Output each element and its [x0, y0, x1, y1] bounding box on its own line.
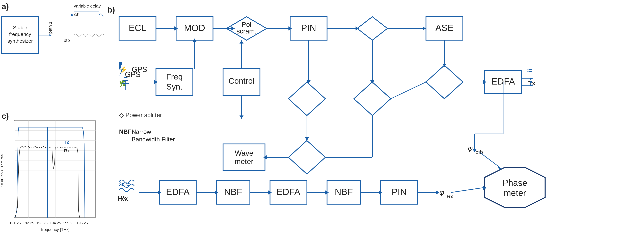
- pin-top-label: PIN: [301, 23, 316, 33]
- phi-rx-sub: Rx: [446, 194, 453, 200]
- gps-text: GPS: [132, 65, 147, 74]
- mod-label: MOD: [184, 23, 205, 33]
- diamond-2: [354, 82, 391, 116]
- stable-freq-synth-text1: Stable: [13, 25, 27, 30]
- large-diamond-right: [426, 65, 463, 99]
- phase-meter-hex-label1: Phase: [502, 178, 527, 188]
- tx-wave-symbol: ≈: [526, 65, 532, 76]
- diagram-b: b) ECL MOD Pol scram. PIN ASE EDFA ≈ Tx: [106, 0, 639, 240]
- arrow-d2-ld: [391, 82, 426, 99]
- tx-legend: Tx: [64, 140, 69, 145]
- diagram-a: a) Stable frequency synthesizer path 1 v…: [0, 0, 104, 111]
- phi-btb-right-label: φ: [468, 144, 473, 152]
- pol-scram-label1: Pol: [242, 21, 252, 28]
- arrowhead-path1: [71, 14, 74, 16]
- arrowhead-ctrl-down: [240, 116, 244, 119]
- nbf-desc1: Narrow: [132, 128, 151, 135]
- rx-input-label: Rx: [118, 194, 126, 202]
- delta-t-label: Δt: [74, 12, 78, 17]
- gps-lightning-icon: [119, 62, 123, 77]
- x-tick-4: 195.25: [63, 221, 74, 225]
- rx-legend: Rx: [64, 148, 70, 153]
- y-axis-label: 10 dB/div 0.1nm res: [0, 154, 4, 187]
- wave-meter-label1: Wave: [235, 149, 254, 157]
- arrowhead-1: [50, 34, 52, 36]
- arrow-phi-btb-pm: [480, 152, 500, 167]
- middle-diamond: [288, 82, 325, 116]
- nbf2-label: NBF: [335, 187, 353, 197]
- phase-meter-hex-label2: meter: [504, 188, 526, 198]
- phi-rx-bottom-label: φ: [440, 188, 444, 197]
- arrowhead-ctrl-pol: [240, 40, 244, 43]
- section-c-label: c): [2, 112, 9, 120]
- wavy-path1: [99, 14, 104, 16]
- power-splitter-label: ◇ Power splitter: [119, 112, 162, 119]
- x-tick-1: 192.25: [23, 221, 34, 225]
- tx-trace: [15, 127, 85, 218]
- variable-delay-box: [74, 9, 99, 12]
- path1-label: path 1: [48, 22, 53, 34]
- carrier-fill: [46, 127, 48, 218]
- x-tick-2: 193.25: [36, 221, 48, 225]
- x-tick-5: 196.25: [76, 221, 88, 225]
- freq-syn-label1: Freq: [166, 72, 183, 81]
- wavy-btb: [74, 34, 104, 36]
- nbf-key: NBF:: [119, 128, 134, 135]
- variable-delay-text: variable delay: [74, 3, 100, 8]
- arrowhead-pin-pm: [436, 190, 440, 195]
- edfa2-label: EDFA: [276, 187, 300, 197]
- nbf1-label: NBF: [224, 187, 242, 197]
- ecl-label: ECL: [129, 23, 146, 33]
- stable-freq-synth-text3: synthesizer: [8, 38, 33, 44]
- x-axis-label: frequency [THz]: [41, 227, 70, 232]
- arrowhead-d1-ase: [422, 26, 426, 30]
- arrowhead-tx1: [530, 78, 533, 80]
- diagram-c: c) 191.25 192.25 193.25 194.25 195.25 19…: [0, 111, 100, 234]
- edfa-bottom1-label: EDFA: [166, 187, 190, 197]
- pol-scram-label2: scram.: [236, 27, 256, 35]
- arrow-phi-rx-pm: [451, 187, 485, 192]
- nbf-desc2: Bandwidth Filter: [132, 136, 175, 143]
- section-b-label: b): [107, 5, 115, 14]
- arrowhead-mod-pol: [232, 26, 235, 30]
- pin-bottom-label: PIN: [392, 187, 407, 197]
- btb-label: btb: [64, 38, 70, 43]
- wave-meter-label2: meter: [234, 157, 254, 165]
- control-label: Control: [228, 77, 254, 85]
- section-a-label: a): [2, 2, 9, 11]
- freq-syn-label2: Syn.: [166, 82, 182, 91]
- stable-freq-synth-text2: frequency: [9, 31, 31, 37]
- x-tick-0: 191.25: [10, 221, 21, 225]
- bottom-diamond: [288, 141, 325, 174]
- ase-label: ASE: [435, 23, 454, 33]
- diamond-1: [357, 17, 388, 40]
- x-tick-3: 194.25: [50, 221, 61, 225]
